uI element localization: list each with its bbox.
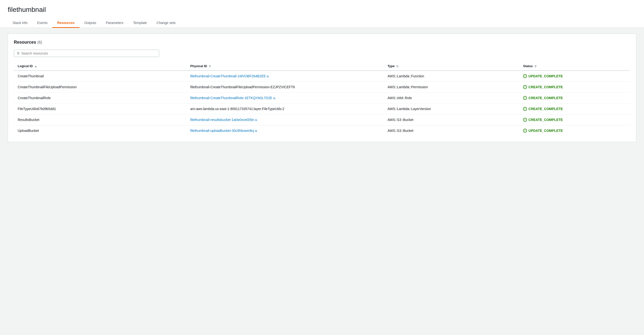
- col-header-logical-id: Logical ID ▲: [14, 62, 186, 71]
- cell-physical-id: filethumbnail-CreateThumbnailFileUploadP…: [186, 82, 384, 93]
- cell-logical-id: CreateThumbnail: [14, 71, 186, 82]
- cell-logical-id: UploadBucket: [14, 125, 186, 136]
- tab-stack-info[interactable]: Stack info: [8, 19, 32, 28]
- table-row: UploadBucketfilethumbnail-uploadbucket-3…: [14, 125, 630, 136]
- cell-physical-id: filethumbnail-CreateThumbnail-1MVOBF264B…: [186, 71, 384, 82]
- cell-status: ✓CREATE_COMPLETE: [519, 82, 630, 93]
- tab-events[interactable]: Events: [32, 19, 52, 28]
- col-header-type: Type ▽: [384, 62, 519, 71]
- external-link-icon: ⧉: [255, 129, 257, 133]
- cell-type: AWS::S3::Bucket: [384, 125, 519, 136]
- cell-logical-id: CreateThumbnailFileUploadPermission: [14, 82, 186, 93]
- cell-status: ✓CREATE_COMPLETE: [519, 104, 630, 114]
- tab-change-sets[interactable]: Change sets: [152, 19, 180, 28]
- cell-logical-id: FileTypeUtils67b09b5dd1: [14, 104, 186, 114]
- sort-icon-physical[interactable]: ▽: [209, 65, 211, 68]
- table-row: CreateThumbnailfilethumbnail-CreateThumb…: [14, 71, 630, 82]
- status-badge: CREATE_COMPLETE: [528, 107, 563, 111]
- resources-heading: Resources (6): [14, 40, 630, 45]
- table-row: ResultsBucketfilethumbnail-resultsbucket…: [14, 114, 630, 125]
- sort-icon-status[interactable]: ▽: [534, 65, 536, 68]
- cell-physical-id: filethumbnail-resultsbucket-1a0w0xvel35t…: [186, 114, 384, 125]
- cell-type: AWS::Lambda::LayerVersion: [384, 104, 519, 114]
- cell-logical-id: ResultsBucket: [14, 114, 186, 125]
- cell-physical-id: arn:aws:lambda:us-east-1:909117335741:la…: [186, 104, 384, 114]
- tab-resources[interactable]: Resources: [52, 19, 80, 28]
- cell-type: AWS::Lambda::Permission: [384, 82, 519, 93]
- search-icon: ⚲: [17, 51, 20, 55]
- table-row: CreateThumbnailRolefilethumbnail-CreateT…: [14, 93, 630, 104]
- status-badge: CREATE_COMPLETE: [528, 85, 563, 89]
- cell-type: AWS::Lambda::Function: [384, 71, 519, 82]
- external-link-icon: ⧉: [273, 97, 275, 100]
- status-badge: CREATE_COMPLETE: [528, 118, 563, 122]
- status-badge: UPDATE_COMPLETE: [528, 74, 563, 78]
- cell-status: ✓UPDATE_COMPLETE: [519, 125, 630, 136]
- cell-type: AWS::S3::Bucket: [384, 114, 519, 125]
- table-row: FileTypeUtils67b09b5dd1arn:aws:lambda:us…: [14, 104, 630, 114]
- page-title: filethumbnail: [8, 6, 636, 14]
- resources-table: Logical ID ▲ Physical ID ▽ Type ▽ Status…: [14, 62, 630, 136]
- table-row: CreateThumbnailFileUploadPermissionfilet…: [14, 82, 630, 93]
- status-icon: ✓: [523, 74, 527, 78]
- tab-outputs[interactable]: Outputs: [80, 19, 101, 28]
- cell-status: ✓CREATE_COMPLETE: [519, 114, 630, 125]
- status-icon: ✓: [523, 85, 527, 89]
- status-badge: UPDATE_COMPLETE: [528, 129, 563, 133]
- status-icon: ✓: [523, 107, 527, 111]
- cell-physical-id: filethumbnail-CreateThumbnailRole-1ETKQY…: [186, 93, 384, 104]
- cell-physical-id: filethumbnail-uploadbucket-30c9hbvwm8cj⧉: [186, 125, 384, 136]
- sort-icon-logical[interactable]: ▲: [35, 65, 37, 68]
- status-icon: ✓: [523, 129, 527, 133]
- main-content: Resources (6) ⚲ Logical ID ▲ Physical ID…: [0, 28, 644, 148]
- resources-card: Resources (6) ⚲ Logical ID ▲ Physical ID…: [8, 34, 636, 142]
- external-link-icon: ⧉: [267, 75, 269, 78]
- resources-count: (6): [37, 40, 42, 44]
- tab-nav: Stack info Events Resources Outputs Para…: [8, 19, 636, 28]
- physical-id-link[interactable]: filethumbnail-CreateThumbnail-1MVOBF264B…: [190, 74, 269, 78]
- col-header-physical-id: Physical ID ▽: [186, 62, 384, 71]
- tab-template[interactable]: Template: [128, 19, 152, 28]
- physical-id-link[interactable]: filethumbnail-CreateThumbnailRole-1ETKQY…: [190, 96, 275, 100]
- tab-parameters[interactable]: Parameters: [101, 19, 128, 28]
- physical-id-link[interactable]: filethumbnail-resultsbucket-1a0w0xvel35t…: [190, 118, 257, 122]
- status-badge: CREATE_COMPLETE: [528, 96, 563, 100]
- col-header-status: Status ▽: [519, 62, 630, 71]
- status-icon: ✓: [523, 118, 527, 122]
- sort-icon-type[interactable]: ▽: [396, 65, 398, 68]
- cell-logical-id: CreateThumbnailRole: [14, 93, 186, 104]
- search-bar[interactable]: ⚲: [14, 50, 159, 57]
- status-icon: ✓: [523, 96, 527, 100]
- external-link-icon: ⧉: [255, 119, 257, 122]
- physical-id-link[interactable]: filethumbnail-uploadbucket-30c9hbvwm8cj⧉: [190, 129, 257, 133]
- cell-type: AWS::IAM::Role: [384, 93, 519, 104]
- cell-status: ✓CREATE_COMPLETE: [519, 93, 630, 104]
- cell-status: ✓UPDATE_COMPLETE: [519, 71, 630, 82]
- search-input[interactable]: [21, 51, 156, 55]
